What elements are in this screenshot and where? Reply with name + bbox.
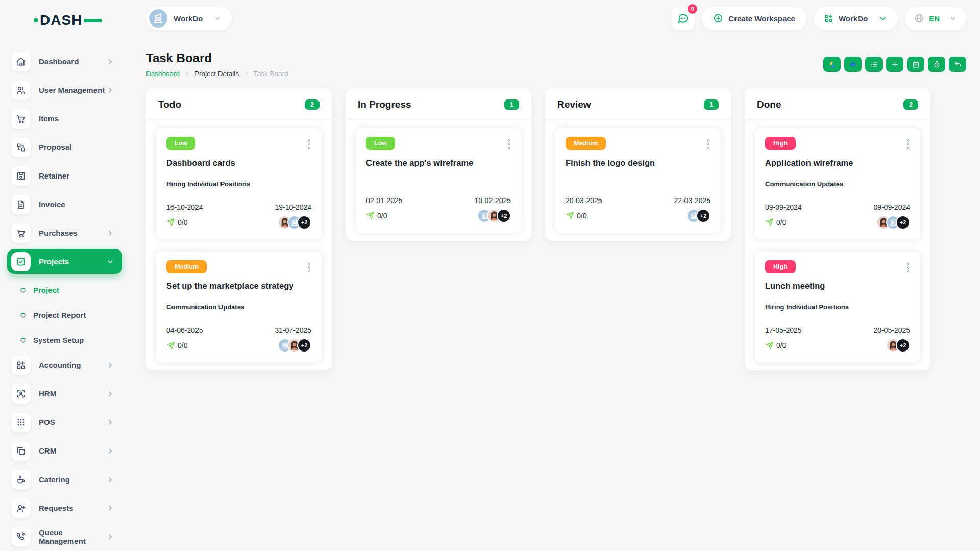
sidebar-item-dashboard[interactable]: Dashboard: [7, 49, 122, 74]
sidebar-subitem-label: Project: [33, 286, 59, 294]
timer-button[interactable]: [928, 57, 945, 72]
avatar-extra-count[interactable]: +2: [297, 215, 311, 230]
card-menu-icon[interactable]: [507, 137, 511, 152]
card-progress: 0/0: [566, 211, 586, 220]
timer-icon: [933, 61, 941, 68]
breadcrumb-item-project-details: Project Details: [194, 70, 239, 78]
sidebar-item-label: User Management: [39, 86, 106, 94]
sidebar-item-accounting[interactable]: Accounting: [7, 353, 122, 378]
google-drive-button[interactable]: [823, 57, 841, 72]
list-view-button[interactable]: [865, 57, 883, 72]
sidebar-subitem-system-setup[interactable]: System Setup: [20, 328, 131, 353]
user-plus-icon: [16, 503, 26, 513]
card-menu-icon[interactable]: [307, 260, 312, 276]
chevron-right-icon: [184, 71, 190, 77]
task-card[interactable]: HighLunch meetingHiring Individual Posit…: [755, 252, 920, 363]
task-card[interactable]: LowCreate the app's wireframe02-01-20251…: [356, 128, 521, 233]
card-badge-row: High: [765, 137, 910, 152]
sidebar-item-items[interactable]: Items: [7, 106, 122, 131]
messages-button[interactable]: 0: [671, 7, 695, 30]
sidebar-subitem-project-report[interactable]: Project Report: [20, 303, 131, 328]
card-start-date: 20-03-2025: [566, 196, 602, 205]
sidebar-item-invoice[interactable]: Invoice: [7, 192, 122, 217]
task-card[interactable]: LowDashboard cardsHiring Individual Posi…: [156, 128, 322, 239]
column-card-list: LowDashboard cardsHiring Individual Posi…: [146, 121, 332, 370]
card-menu-icon[interactable]: [906, 137, 911, 152]
chevron-right-icon: [106, 533, 114, 541]
topbar-actions: 0 Create Workspace WorkDo EN: [671, 7, 966, 30]
priority-badge: Low: [166, 137, 195, 150]
calendar-button[interactable]: [907, 57, 924, 72]
card-assignees: +2: [687, 209, 710, 223]
onedrive-button[interactable]: [844, 57, 862, 72]
breadcrumb-item-dashboard[interactable]: Dashboard: [146, 70, 180, 78]
workspace-selector[interactable]: WorkDo: [146, 7, 232, 30]
column-card-list: LowCreate the app's wireframe02-01-20251…: [346, 121, 531, 241]
sidebar-item-label: CRM: [39, 446, 106, 455]
sidebar-item-user-management[interactable]: User Management: [7, 78, 122, 103]
sidebar-item-retainer[interactable]: Retainer: [7, 163, 122, 188]
sidebar-item-crm[interactable]: CRM: [7, 438, 122, 463]
grid-plus-icon: [16, 360, 26, 370]
avatar-extra-count[interactable]: +2: [896, 338, 910, 353]
card-menu-icon[interactable]: [706, 137, 711, 152]
card-footer: 0/0+2: [166, 215, 311, 230]
messages-count-badge: 0: [688, 4, 697, 14]
page-header-left: Task Board DashboardProject DetailsTask …: [146, 51, 288, 78]
sidebar-subitem-project[interactable]: Project: [20, 278, 131, 303]
avatar-extra-count[interactable]: +2: [696, 209, 710, 223]
avatar-extra-count[interactable]: +2: [896, 215, 910, 230]
task-card[interactable]: MediumFinish the logo design20-03-202522…: [555, 128, 721, 233]
sidebar-item-icon-tile: [11, 527, 31, 546]
users-icon: [16, 85, 26, 95]
phone-call-icon: [16, 532, 26, 542]
sidebar-item-label: Items: [39, 114, 122, 123]
card-menu-icon[interactable]: [307, 137, 312, 152]
calendar-icon: [912, 61, 920, 68]
card-milestone-label: Hiring Individual Positions: [166, 180, 311, 188]
column-title: Done: [757, 99, 781, 110]
sidebar-item-label: Catering: [39, 475, 106, 484]
sidebar-item-label: Proposal: [39, 143, 122, 152]
globe-icon: [914, 13, 924, 23]
card-progress: 0/0: [166, 218, 187, 227]
sidebar-item-proposal[interactable]: Proposal: [7, 135, 122, 160]
sidebar-item-label: Accounting: [39, 361, 106, 369]
chevron-right-icon: [106, 475, 114, 484]
task-card[interactable]: HighApplication wireframeCommunication U…: [755, 128, 920, 239]
sidebar-item-hrm[interactable]: HRM: [7, 381, 122, 406]
app-switcher[interactable]: WorkDo: [814, 7, 898, 30]
sidebar-item-purchases[interactable]: Purchases: [7, 220, 122, 245]
sidebar-item-label: Queue Management: [39, 528, 106, 545]
back-button[interactable]: [949, 57, 966, 72]
file-text-icon: [16, 199, 26, 210]
workspace-avatar: [149, 9, 167, 28]
avatar-extra-count[interactable]: +2: [497, 209, 511, 223]
card-menu-icon[interactable]: [906, 260, 911, 276]
cart-icon: [16, 228, 26, 238]
card-dates-row: 04-06-202531-07-2025: [166, 326, 311, 334]
main-area: WorkDo 0 Create Workspace WorkDo EN: [131, 0, 980, 551]
card-title: Dashboard cards: [166, 158, 311, 168]
sidebar-item-catering[interactable]: Catering: [7, 467, 122, 492]
sidebar-item-queue-management[interactable]: Queue Management: [7, 524, 122, 549]
create-workspace-button[interactable]: Create Workspace: [702, 7, 806, 30]
card-assignees: +2: [278, 215, 311, 230]
task-card[interactable]: MediumSet up the marketplace strategyCom…: [156, 252, 322, 363]
sidebar-item-pos[interactable]: POS: [7, 410, 122, 435]
language-selector[interactable]: EN: [905, 7, 966, 30]
card-progress-value: 0/0: [178, 341, 187, 349]
priority-badge: Low: [366, 137, 395, 150]
chevron-down-icon: [878, 14, 888, 23]
card-start-date: 16-10-2024: [166, 203, 203, 211]
card-badge-row: Low: [166, 137, 311, 152]
add-task-button[interactable]: [886, 57, 903, 72]
sidebar-item-projects[interactable]: Projects: [7, 249, 122, 274]
card-progress-value: 0/0: [577, 212, 586, 220]
app-logo[interactable]: DASH: [34, 12, 131, 29]
chevron-right-icon: [106, 229, 114, 237]
avatar-extra-count[interactable]: +2: [297, 338, 311, 353]
coffee-icon: [16, 474, 26, 485]
sidebar-item-icon-tile: [11, 195, 31, 214]
sidebar-item-requests[interactable]: Requests: [7, 495, 122, 520]
